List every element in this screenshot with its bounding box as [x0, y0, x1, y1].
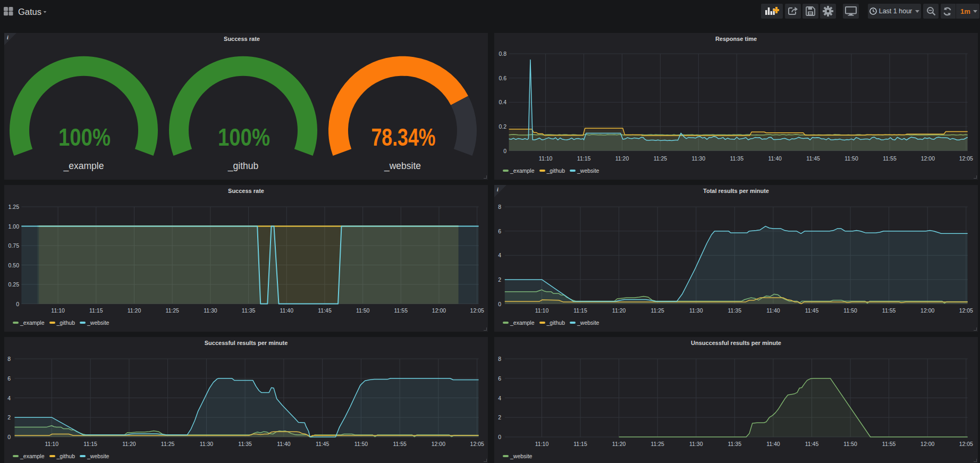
svg-text:11:40: 11:40: [766, 441, 780, 447]
svg-text:8: 8: [498, 204, 501, 210]
svg-text:12:00: 12:00: [921, 155, 935, 162]
svg-text:12:00: 12:00: [432, 307, 446, 314]
svg-text:2: 2: [498, 414, 501, 420]
svg-text:_github: _github: [227, 161, 258, 172]
svg-text:11:25: 11:25: [650, 441, 664, 447]
svg-text:11:45: 11:45: [805, 307, 819, 314]
svg-text:11:15: 11:15: [83, 441, 97, 447]
svg-text:11:45: 11:45: [316, 441, 330, 447]
svg-text:100%: 100%: [58, 123, 111, 151]
svg-text:11:40: 11:40: [766, 307, 780, 314]
svg-text:0.75: 0.75: [9, 242, 20, 249]
svg-text:11:15: 11:15: [573, 307, 587, 314]
svg-text:1.25: 1.25: [9, 204, 20, 210]
svg-text:11:45: 11:45: [806, 155, 820, 162]
svg-text:12:00: 12:00: [432, 441, 445, 447]
svg-text:12:05: 12:05: [959, 155, 973, 162]
svg-text:12:05: 12:05: [470, 441, 484, 447]
svg-text:12:05: 12:05: [959, 307, 973, 314]
svg-text:11:55: 11:55: [882, 441, 896, 447]
svg-text:11:25: 11:25: [161, 441, 175, 447]
svg-text:12:00: 12:00: [920, 307, 934, 314]
svg-text:11:35: 11:35: [730, 155, 744, 162]
svg-text:11:40: 11:40: [768, 155, 782, 162]
svg-text:1.00: 1.00: [9, 223, 20, 230]
svg-text:11:25: 11:25: [654, 155, 668, 162]
svg-text:11:40: 11:40: [280, 307, 294, 314]
svg-text:11:20: 11:20: [612, 441, 626, 447]
svg-text:11:10: 11:10: [45, 441, 59, 447]
svg-text:11:20: 11:20: [122, 441, 136, 447]
svg-text:11:10: 11:10: [539, 155, 553, 162]
svg-text:0: 0: [503, 148, 506, 154]
svg-text:11:30: 11:30: [200, 441, 214, 447]
svg-text:11:20: 11:20: [128, 307, 141, 314]
svg-text:11:20: 11:20: [612, 307, 626, 314]
svg-text:0.8: 0.8: [499, 50, 506, 57]
svg-text:11:55: 11:55: [883, 155, 897, 162]
svg-text:11:30: 11:30: [689, 307, 703, 314]
svg-text:11:55: 11:55: [394, 307, 408, 314]
svg-text:78.34%: 78.34%: [371, 123, 436, 151]
svg-text:0: 0: [16, 301, 19, 307]
svg-text:12:05: 12:05: [470, 307, 484, 314]
svg-text:0: 0: [498, 434, 501, 440]
svg-text:8: 8: [498, 356, 501, 362]
svg-text:2: 2: [7, 414, 11, 420]
svg-text:0: 0: [7, 434, 11, 440]
svg-text:0.4: 0.4: [499, 99, 506, 105]
svg-text:100%: 100%: [218, 123, 270, 151]
svg-text:6: 6: [498, 375, 501, 382]
svg-text:11:45: 11:45: [805, 441, 819, 447]
svg-text:11:10: 11:10: [51, 307, 65, 314]
svg-text:11:40: 11:40: [277, 441, 291, 447]
svg-text:0.2: 0.2: [499, 123, 506, 130]
svg-text:11:30: 11:30: [204, 307, 217, 314]
svg-text:0.25: 0.25: [9, 281, 20, 288]
svg-text:11:15: 11:15: [89, 307, 103, 314]
svg-text:0.6: 0.6: [499, 75, 506, 81]
svg-text:11:30: 11:30: [692, 155, 706, 162]
svg-text:11:30: 11:30: [689, 441, 703, 447]
svg-text:11:55: 11:55: [393, 441, 407, 447]
svg-text:4: 4: [498, 252, 501, 258]
svg-text:11:10: 11:10: [535, 307, 549, 314]
svg-text:2: 2: [498, 276, 501, 283]
svg-text:11:35: 11:35: [238, 441, 252, 447]
svg-text:8: 8: [7, 356, 11, 362]
svg-text:11:10: 11:10: [535, 441, 549, 447]
svg-text:11:20: 11:20: [615, 155, 629, 162]
svg-text:4: 4: [7, 395, 11, 401]
svg-text:12:00: 12:00: [920, 441, 934, 447]
svg-text:_example: _example: [63, 161, 104, 172]
svg-text:11:35: 11:35: [728, 441, 742, 447]
svg-text:6: 6: [498, 228, 501, 234]
svg-text:11:50: 11:50: [356, 307, 370, 314]
svg-text:0.50: 0.50: [9, 262, 20, 268]
svg-text:11:25: 11:25: [165, 307, 179, 314]
svg-text:11:15: 11:15: [573, 441, 587, 447]
svg-text:0: 0: [498, 301, 501, 307]
svg-text:11:25: 11:25: [650, 307, 664, 314]
svg-text:4: 4: [498, 395, 501, 401]
svg-text:11:50: 11:50: [354, 441, 368, 447]
svg-text:11:50: 11:50: [843, 307, 857, 314]
svg-text:11:15: 11:15: [577, 155, 591, 162]
svg-text:_website: _website: [384, 161, 421, 172]
svg-text:11:45: 11:45: [318, 307, 332, 314]
svg-text:11:35: 11:35: [728, 307, 742, 314]
svg-text:11:35: 11:35: [242, 307, 256, 314]
svg-text:11:55: 11:55: [882, 307, 896, 314]
svg-text:12:05: 12:05: [959, 441, 973, 447]
svg-text:11:50: 11:50: [844, 155, 858, 162]
svg-text:11:50: 11:50: [843, 441, 857, 447]
svg-text:6: 6: [7, 375, 11, 382]
